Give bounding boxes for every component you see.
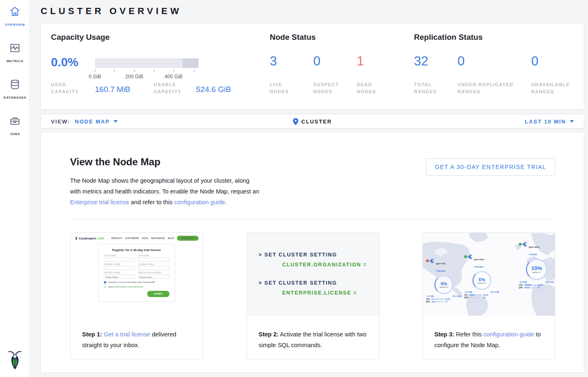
- mini-checkbox-label: I agree to the Software License Agreemen…: [108, 286, 144, 288]
- axis-tick-label: 400 GiB: [160, 74, 187, 80]
- used-capacity-label: USED CAPACITY: [51, 81, 84, 95]
- view-selector-dropdown[interactable]: VIEW: NODE MAP: [51, 114, 118, 128]
- metrics-icon: [9, 42, 21, 54]
- mini-field-input: [138, 258, 169, 262]
- mini-nav-item: RESOURCES: [151, 237, 165, 239]
- view-bar: VIEW: NODE MAP CLUSTER LAST 10 MIN: [41, 114, 584, 129]
- capacity-gauge: 6% CAPACITY: [472, 271, 491, 290]
- mini-site-header: Cockroach LABS PRODUCT CUSTOMERS DOCS RE…: [70, 233, 203, 241]
- mini-cockroach-labs-logo: Cockroach LABS: [75, 236, 104, 241]
- mini-field-label: COMPANY EMAIL: [138, 263, 169, 266]
- get-trial-license-link[interactable]: Get a trial license: [104, 331, 150, 338]
- node-map-description: The Node Map shows the geographical layo…: [70, 175, 261, 208]
- used-capacity-value: 160.7 MiB: [95, 85, 131, 94]
- mini-nav-item: CUSTOMERS: [125, 237, 139, 239]
- mini-checkbox-row: I agree to the Software License Agreemen…: [104, 286, 169, 288]
- chevron-down-icon: [114, 120, 118, 123]
- capacity-gauge: 10% CAPACITY: [526, 259, 547, 280]
- sql-command-arg: ENTERPRISE.LICENSE =: [282, 290, 379, 296]
- nodes-icon: [430, 259, 435, 263]
- description-text: The Node Map shows the geographical layo…: [70, 177, 259, 195]
- mini-field-label: PROJECT PHASE: [104, 272, 136, 274]
- nodes-icon: [468, 254, 473, 259]
- mini-form-field: FIRST NAME: [104, 255, 136, 262]
- capacity-used-percent: 0.0%: [51, 56, 78, 69]
- mini-submit-button: SUBMIT: [147, 291, 169, 297]
- capacity-bar-axis: 0 GiB 200 GiB 400 GiB: [95, 69, 198, 82]
- locality-name: geo=sfo: [436, 262, 445, 265]
- sidebar-item-overview[interactable]: OVERVIEW: [0, 0, 30, 27]
- sidebar-item-databases[interactable]: DATABASES: [0, 73, 30, 100]
- dead-nodes-value: 1: [357, 54, 364, 69]
- locality-name: geo=nyc: [474, 258, 484, 261]
- view-selected-value: NODE MAP: [75, 118, 110, 125]
- axis-tick-label: 0 GiB: [82, 74, 108, 80]
- view-label: VIEW:: [51, 118, 70, 125]
- axis-tick: [154, 69, 154, 72]
- live-nodes-label: LIVE NODES: [270, 81, 299, 95]
- axis-tick-label: 200 GiB: [121, 74, 148, 80]
- unavailable-ranges-label: UNAVAILABLE RANGES: [531, 81, 577, 95]
- axis-tick: [114, 69, 115, 72]
- sidebar-item-label: JOBS: [10, 132, 20, 136]
- sql-commands-illustration: > SET CLUSTER SETTING CLUSTER.ORGANIZATI…: [247, 233, 379, 316]
- sidebar-item-label: OVERVIEW: [5, 23, 25, 27]
- axis-tick: [95, 69, 95, 72]
- sidebar: OVERVIEW METRICS DATABASES JOBS: [0, 0, 30, 377]
- mini-nav-item: BLOG: [168, 237, 174, 239]
- axis-tick: [174, 69, 174, 72]
- mini-download-button: DOWNLOAD: [177, 236, 198, 241]
- node-status-title: Node Status: [270, 33, 316, 42]
- cluster-breadcrumb-label: CLUSTER: [301, 118, 332, 125]
- status-live-icon: [519, 243, 522, 246]
- briefcase-icon: [9, 115, 21, 127]
- under-replicated-ranges-label: UNDER-REPLICATED RANGES: [457, 81, 524, 95]
- step2-text: Step 2: Activate the trial license with …: [247, 316, 379, 350]
- mini-form-title: Register for a 30-day trial license: [104, 248, 169, 252]
- enterprise-trial-license-link[interactable]: Enterprise trial license: [70, 199, 129, 205]
- capacity-bar-chart: [95, 58, 198, 68]
- step3-text: Step 3: Refer this configuration guide t…: [423, 316, 555, 350]
- cluster-breadcrumb: CLUSTER: [293, 114, 332, 128]
- mini-site-nav: PRODUCT CUSTOMERS DOCS RESOURCES BLOG DO…: [111, 236, 198, 241]
- suspect-nodes-label: SUSPECT NODES: [313, 81, 342, 95]
- enterprise-trial-button[interactable]: GET A 30-DAY ENTERPRISE TRIAL: [426, 158, 555, 176]
- sidebar-item-metrics[interactable]: METRICS: [0, 36, 30, 64]
- mini-nav-item: PRODUCT: [111, 237, 122, 239]
- mini-license-link: Software License Agreement.: [119, 286, 143, 288]
- sidebar-item-label: DATABASES: [3, 96, 26, 99]
- divider: [70, 219, 555, 220]
- step1-text: Step 1: Get a trial license delivered st…: [70, 316, 203, 350]
- dead-nodes-label: DEAD NODES: [357, 81, 386, 95]
- usable-capacity-value: 524.6 GiB: [196, 85, 231, 94]
- sidebar-item-jobs[interactable]: JOBS: [0, 109, 30, 137]
- mini-field-select: Please Select: [104, 275, 136, 279]
- time-range-value: LAST 10 MIN: [525, 118, 566, 125]
- mini-checkbox-checked: [104, 281, 106, 283]
- locality-name: geo=ams: [529, 246, 540, 248]
- cockroachdb-logo: [0, 350, 30, 372]
- sidebar-item-label: METRICS: [6, 59, 23, 63]
- page-title: CLUSTER OVERVIEW: [41, 6, 182, 17]
- mini-field-label: FIRST NAME: [104, 255, 136, 257]
- mini-field-label: REASON FOR INTEREST: [138, 272, 169, 274]
- mini-field-label: LAST NAME: [138, 255, 169, 257]
- nodes-icon: [523, 242, 528, 247]
- replication-status-title: Replication Status: [414, 33, 483, 42]
- usable-capacity-label: USABLE CAPACITY: [154, 81, 187, 95]
- locality-nyc: geo=nyc2 Nodes 6% CAPACITY 3.7 GiB61.7 G…: [464, 254, 500, 299]
- axis-tick: [134, 69, 135, 72]
- total-ranges-value: 32: [414, 54, 428, 69]
- mini-form-field: COMPANY EMAIL: [138, 263, 169, 271]
- mini-field-select: Please Select: [138, 275, 169, 279]
- configuration-guide-link[interactable]: configuration guide: [174, 199, 225, 205]
- mini-checkbox-label: I would like to receive email updates ab…: [108, 281, 155, 283]
- time-range-dropdown[interactable]: LAST 10 MIN: [525, 114, 574, 128]
- mini-field-label: COMPANY NAME: [104, 263, 136, 266]
- map-pin-icon: [293, 118, 298, 125]
- capacity-bar-reserved-segment: [183, 58, 198, 68]
- configuration-guide-link[interactable]: configuration guide: [483, 331, 534, 338]
- step3-card: geo=sfo2 Nodes 9% CAPACITY 3.2 GiB35.1 G…: [422, 232, 555, 360]
- sql-command-prompt: > SET CLUSTER SETTING: [259, 252, 379, 258]
- status-dead-icon: [426, 259, 429, 262]
